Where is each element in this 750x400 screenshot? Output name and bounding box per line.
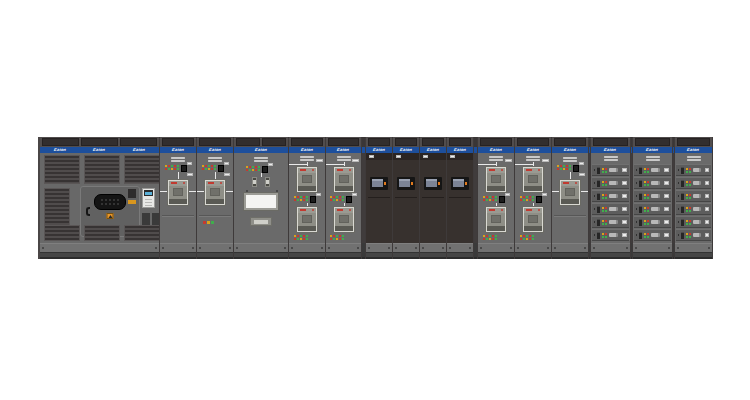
plinth [675, 252, 712, 259]
door-seam [395, 197, 417, 198]
indicator-led-cluster [165, 165, 179, 170]
section-metering-section: Eaton [234, 137, 289, 259]
red-indicator-light [492, 196, 494, 198]
base-screw [554, 247, 556, 249]
green-indicator-light [686, 223, 688, 225]
amber-indicator-light [602, 181, 604, 183]
plinth [447, 252, 473, 259]
control-switch [310, 196, 316, 203]
base-strip [675, 243, 712, 252]
red-indicator-light [303, 196, 305, 198]
mimic-bus-line [189, 191, 196, 192]
red-indicator-light [486, 235, 488, 237]
red-indicator-light [168, 165, 170, 167]
green-indicator-light [214, 165, 216, 167]
ventilation-louver [44, 225, 80, 241]
unit-operating-handle [609, 181, 618, 185]
breaker-racking-port [528, 175, 538, 183]
unit-led-cluster [644, 233, 649, 238]
red-indicator-light [492, 238, 494, 240]
red-indicator-light [647, 194, 649, 196]
ventilation-louver [84, 155, 120, 184]
green-indicator-light [342, 238, 344, 240]
red-indicator-light [566, 168, 568, 170]
green-indicator-light [526, 196, 528, 198]
vent-bar [687, 159, 700, 161]
indicator-led-row [294, 199, 308, 201]
breaker-racking-port [302, 175, 312, 183]
brand-logo: Eaton [646, 148, 659, 152]
indicator-led-cluster [520, 235, 534, 240]
amber-indicator-light [300, 199, 302, 201]
power-meter [142, 188, 155, 208]
ventilation-slot [172, 157, 185, 162]
unit-breaker [681, 193, 684, 200]
hmi-power-lamp [438, 182, 440, 185]
drawout-circuit-breaker [297, 167, 317, 192]
green-indicator-light [333, 238, 335, 240]
control-fuse [252, 177, 257, 187]
breaker-status-lamp [312, 169, 314, 171]
green-indicator-light [177, 168, 179, 170]
unit-screw [636, 195, 637, 197]
unit-label [664, 168, 669, 172]
window-screw [276, 190, 278, 192]
red-indicator-light [647, 233, 649, 235]
section-hmi-section-2: Eaton [393, 137, 420, 259]
red-indicator-light [689, 181, 691, 183]
unit-label [664, 233, 669, 237]
roof-vent-block [81, 138, 118, 146]
mimic-bus-line [289, 164, 308, 165]
door-seam [554, 215, 586, 216]
meter-button-row [145, 199, 152, 200]
section-front-panel [197, 153, 233, 243]
mcc-bucket-row [634, 216, 671, 228]
red-indicator-light [211, 165, 213, 167]
amber-indicator-light [602, 207, 604, 209]
unit-screw [594, 195, 595, 197]
circuit-label [542, 159, 549, 162]
unit-screw [594, 182, 595, 184]
ventilation-louver [124, 155, 159, 184]
circuit-label [505, 159, 512, 162]
green-indicator-light [647, 197, 649, 199]
breaker-faceplate-bottom [524, 186, 542, 191]
hmi-power-lamp [411, 182, 413, 185]
roof-gap [474, 137, 477, 147]
roof-vent-block [395, 138, 417, 146]
section-gap [631, 153, 632, 243]
unit-screw [636, 169, 637, 171]
vent-bar [527, 159, 540, 161]
base-screw [388, 247, 390, 249]
unit-label [705, 194, 709, 198]
unit-label [622, 220, 627, 224]
green-indicator-light [300, 235, 302, 237]
base-screw [192, 247, 194, 249]
green-indicator-light [208, 165, 210, 167]
mcc-bucket-row [676, 216, 711, 228]
amber-indicator-light [336, 238, 338, 240]
plinth [366, 252, 392, 259]
red-indicator-light [211, 168, 213, 170]
green-indicator-light [602, 197, 604, 199]
unit-led-cluster [686, 181, 691, 186]
red-indicator-light [297, 196, 299, 198]
base-strip [633, 243, 672, 252]
green-indicator-light [605, 210, 607, 212]
ventilation-slot [687, 156, 700, 161]
breaker-trip-unit [526, 209, 532, 211]
vent-bar [209, 157, 222, 159]
base-screw [368, 247, 370, 249]
roof-vent-band [326, 137, 361, 147]
control-switch [499, 196, 505, 203]
hmi-screen [372, 179, 383, 187]
breaker-status-lamp [183, 182, 185, 184]
section-front-panel [420, 153, 446, 243]
red-indicator-light [255, 166, 257, 168]
mimic-bus-line [326, 164, 344, 165]
base-screw [708, 247, 710, 249]
base-screw [321, 247, 323, 249]
vent-bar [337, 156, 350, 158]
unit-operating-handle [693, 168, 701, 172]
red-indicator-light [303, 235, 305, 237]
